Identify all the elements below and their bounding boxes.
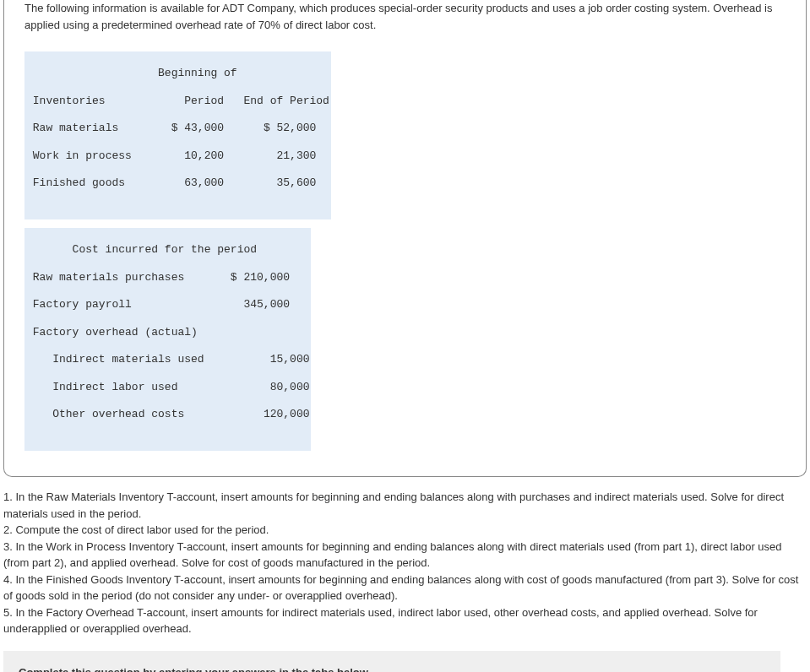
cell-indmat-val: 15,000 <box>270 353 310 366</box>
cell-fg-label: Finished goods <box>33 176 125 189</box>
instruction-2: 2. Compute the cost of direct labor used… <box>3 522 807 539</box>
cell-rmp-val: $ 210,000 <box>231 271 290 284</box>
cell-raw-materials-label: Raw materials <box>33 122 118 134</box>
cell-raw-materials-beg: $ 43,000 <box>171 122 224 134</box>
cell-payroll-val: 345,000 <box>243 298 290 311</box>
cell-wip-label: Work in process <box>33 149 132 162</box>
cell-rmp-label: Raw materials purchases <box>33 271 184 284</box>
col-header-period: Period <box>184 95 224 107</box>
instruction-5: 5. In the Factory Overhead T-account, in… <box>3 604 807 637</box>
cell-foh-label: Factory overhead (actual) <box>33 326 198 339</box>
cell-indmat-label: Indirect materials used <box>52 353 204 366</box>
costs-header: Cost incurred for the period <box>73 243 257 256</box>
cell-other-val: 120,000 <box>264 408 310 420</box>
inventories-table: Beginning of Inventories Period End of P… <box>24 51 331 219</box>
instruction-3: 3. In the Work in Process Inventory T-ac… <box>3 539 807 572</box>
cell-payroll-label: Factory payroll <box>33 298 132 311</box>
cell-fg-end: 35,600 <box>276 176 316 189</box>
cell-fg-beg: 63,000 <box>184 176 224 189</box>
cell-raw-materials-end: $ 52,000 <box>264 122 316 134</box>
col-header-end: End of Period <box>243 95 329 107</box>
instruction-1: 1. In the Raw Materials Inventory T-acco… <box>3 489 807 522</box>
cell-other-label: Other overhead costs <box>52 408 184 420</box>
cell-indlab-val: 80,000 <box>270 381 310 393</box>
cell-wip-beg: 10,200 <box>184 149 224 162</box>
intro-text: The following information is available f… <box>24 0 786 51</box>
cell-wip-end: 21,300 <box>277 149 317 162</box>
costs-table: Cost incurred for the period Raw materia… <box>24 228 311 451</box>
answer-area: Complete this question by entering your … <box>3 651 780 673</box>
answer-prompt: Complete this question by entering your … <box>19 666 765 673</box>
cell-indlab-label: Indirect labor used <box>52 381 177 393</box>
problem-card: The following information is available f… <box>3 0 807 477</box>
instructions-block: 1. In the Raw Materials Inventory T-acco… <box>3 489 807 637</box>
row-header-inventories: Inventories <box>33 95 106 107</box>
instruction-4: 4. In the Finished Goods Inventory T-acc… <box>3 572 807 604</box>
col-header-beginning: Beginning of <box>158 67 237 79</box>
